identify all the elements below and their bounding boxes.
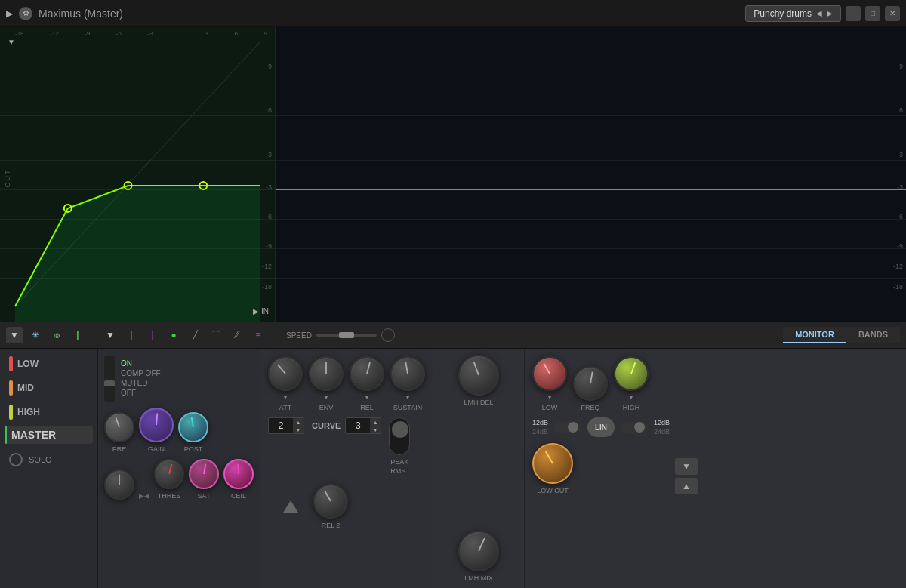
curve-spinner-arrows[interactable]: ▲ ▼: [370, 418, 381, 433]
play-arrows[interactable]: ▶◀: [139, 492, 149, 500]
high-12db[interactable]: 12dB: [654, 419, 670, 426]
toolbar-down-arrow[interactable]: ▼: [6, 327, 23, 343]
grid-r-h-2: [276, 115, 906, 116]
band-item-master[interactable]: MASTER: [5, 426, 93, 444]
level-graph[interactable]: 9 6 3 -3 -6 -9 -12 -18: [276, 27, 906, 322]
att-down-arrow-btn[interactable]: ▼: [293, 426, 304, 433]
monitor-high-group: ▼ HIGH: [614, 356, 649, 411]
tab-bands[interactable]: BANDS: [846, 327, 900, 343]
preset-prev-arrow[interactable]: ◀: [816, 9, 822, 17]
post-knob[interactable]: [178, 412, 208, 442]
att-up-arrow[interactable]: ▲: [293, 418, 304, 426]
low-db-slider[interactable]: [554, 422, 581, 433]
toolbar-v1[interactable]: |: [123, 327, 140, 343]
status-fader-row: ON COMP OFF MUTED OFF: [104, 356, 254, 402]
lmh-del-knob[interactable]: [458, 355, 499, 396]
solo-button[interactable]: [9, 453, 23, 466]
preset-selector[interactable]: Punchy drums ◀ ▶: [745, 5, 841, 22]
high-db-slider[interactable]: [621, 422, 648, 433]
toolbar-line2[interactable]: ⁄⁄: [229, 327, 245, 343]
left-small-knob[interactable]: [104, 469, 134, 500]
freq-knob[interactable]: [573, 366, 608, 401]
band-label-master: MASTER: [11, 429, 56, 441]
main-controls-area: ON COMP OFF MUTED OFF: [98, 349, 906, 588]
monitor-high-knob[interactable]: [614, 356, 649, 391]
monitor-section: ▼ LOW FREQ: [524, 349, 705, 588]
rel2-knob[interactable]: [313, 484, 348, 519]
r-y-label-n18: -18: [893, 283, 903, 291]
att-spinner-box[interactable]: 2 ▲ ▼: [268, 417, 304, 434]
high-knob-label: HIGH: [623, 404, 640, 411]
low-cut-knob[interactable]: [532, 443, 573, 484]
transfer-graph[interactable]: OUT -18 -12 -9 -6 -3 3 6 9 ▼: [0, 27, 276, 322]
low-12db[interactable]: 12dB: [532, 419, 548, 426]
high-db-knob: [634, 422, 645, 433]
toolbar-v2[interactable]: |: [144, 327, 161, 343]
toolbar-down2[interactable]: ▼: [102, 327, 119, 343]
gain-knob[interactable]: [139, 408, 174, 442]
curve-spinner-box[interactable]: 3 ▲ ▼: [345, 417, 381, 434]
band-item-low[interactable]: LOW: [5, 353, 93, 374]
monitor-knobs-row: ▼ LOW FREQ: [532, 356, 698, 411]
svg-line-17: [474, 362, 479, 375]
thres-knob[interactable]: [154, 459, 184, 489]
speed-reset[interactable]: [381, 328, 395, 342]
curve-spinner-value: 3: [346, 420, 370, 431]
tab-monitor[interactable]: MONITOR: [783, 327, 846, 343]
curve-down-arrow-btn[interactable]: ▼: [370, 426, 381, 433]
lin-button[interactable]: LIN: [587, 417, 615, 437]
pre-knob[interactable]: [104, 412, 134, 442]
preset-next-arrow[interactable]: ▶: [827, 9, 833, 17]
att-spinner-arrows[interactable]: ▲ ▼: [293, 418, 304, 433]
main-toolbar: ▼ ✳ ⌾ | ▼ | | ● ╱ ⌒ ⁄⁄ ≡ SPEED MONITOR B…: [0, 322, 906, 349]
r-y-label-n6: -6: [897, 213, 903, 220]
low-cut-label: LOW CUT: [537, 487, 569, 494]
play-button[interactable]: ▶: [6, 8, 13, 19]
high-24db[interactable]: 24dB: [654, 428, 670, 436]
toolbar-eq[interactable]: ≡: [250, 327, 267, 343]
att-knob-group: ▼ ATT: [268, 356, 303, 411]
sat-knob[interactable]: [189, 459, 219, 489]
speed-slider[interactable]: [316, 334, 377, 337]
nav-down-btn[interactable]: ▼: [675, 458, 698, 475]
sustain-knob[interactable]: [390, 356, 425, 391]
ceil-label: CEIL: [231, 492, 246, 500]
controls-row: LOW MID HIGH MASTER SOLO: [0, 349, 906, 588]
level-line: [276, 189, 906, 190]
svg-line-11: [238, 464, 239, 474]
low-24db[interactable]: 24dB: [532, 428, 548, 436]
settings-icon[interactable]: ⚙: [19, 7, 32, 20]
title-bar-right: Punchy drums ◀ ▶ — □ ✕: [745, 5, 900, 22]
monitor-low-knob[interactable]: [532, 356, 567, 391]
graphs-row: OUT -18 -12 -9 -6 -3 3 6 9 ▼: [0, 27, 906, 322]
curve-up-arrow[interactable]: ▲: [370, 418, 381, 426]
svg-line-20: [590, 372, 593, 383]
toolbar-curve[interactable]: ⌒: [208, 327, 224, 343]
toolbar-line1[interactable]: ╱: [186, 327, 203, 343]
maximize-button[interactable]: □: [865, 6, 880, 21]
env-knob[interactable]: [309, 356, 344, 391]
grid-r-h-5: [276, 248, 906, 249]
gain-fader[interactable]: [104, 356, 115, 402]
toolbar-snowflake[interactable]: ✳: [27, 327, 44, 343]
svg-line-12: [278, 365, 285, 374]
toolbar-circle[interactable]: ●: [165, 327, 182, 343]
toolbar-magnet[interactable]: ⌾: [48, 327, 65, 343]
in-marker: ▶ IN: [253, 307, 269, 316]
band-item-mid[interactable]: MID: [5, 377, 93, 399]
ceil-knob[interactable]: [223, 459, 254, 489]
att-spinner-value: 2: [269, 420, 293, 431]
lmh-mix-knob[interactable]: [458, 531, 499, 571]
att-knob[interactable]: [268, 356, 303, 391]
band-item-high[interactable]: HIGH: [5, 402, 93, 423]
thres-knob-group: THRES: [154, 459, 184, 500]
peak-rms-switch[interactable]: [389, 417, 410, 455]
close-button[interactable]: ✕: [885, 6, 900, 21]
nav-up-btn[interactable]: ▲: [675, 478, 698, 494]
minimize-button[interactable]: —: [846, 6, 861, 21]
fader-thumb: [104, 380, 115, 386]
rel-knob[interactable]: [350, 356, 384, 391]
toolbar-bar[interactable]: |: [69, 327, 86, 343]
rel-knob-group: ▼ REL: [350, 356, 384, 411]
triangle-up-btn[interactable]: [283, 500, 298, 513]
